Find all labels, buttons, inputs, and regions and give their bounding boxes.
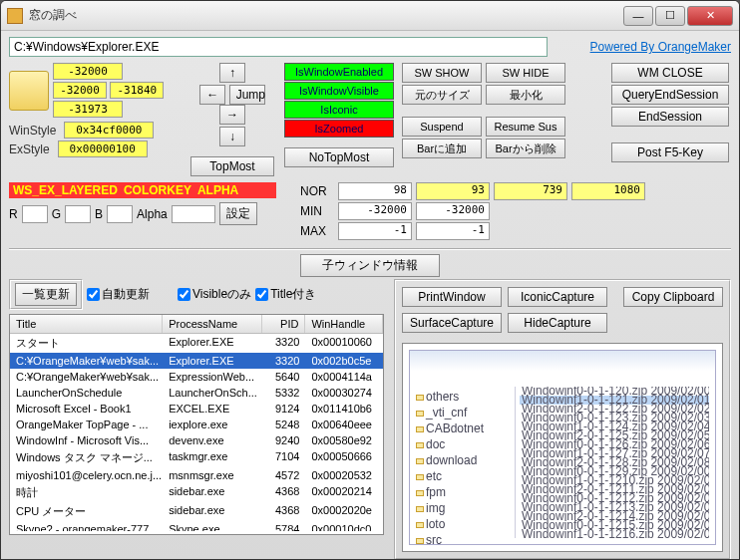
table-row[interactable]: LauncherOnScheduleLauncherOnSch...53320x… bbox=[10, 385, 383, 401]
g-input[interactable] bbox=[65, 205, 91, 223]
nor-cell: 98 bbox=[338, 182, 412, 200]
jump-button[interactable]: Jump bbox=[229, 85, 265, 105]
notopmost-button[interactable]: NoTopMost bbox=[284, 147, 394, 167]
table-row[interactable]: スタートExplorer.EXE33200x00010060 bbox=[10, 334, 383, 353]
winstyle-label: WinStyle bbox=[9, 124, 56, 138]
window-title: 窓の調べ bbox=[29, 7, 623, 24]
exstyle-label: ExStyle bbox=[9, 142, 50, 156]
coord-box: -32000 bbox=[53, 82, 107, 99]
visibleonly-check[interactable]: Visibleのみ bbox=[178, 286, 251, 303]
table-row[interactable]: CPU メーターsidebar.exe43680x0002020e bbox=[10, 502, 383, 521]
origsize-button[interactable]: 元のサイズ bbox=[402, 85, 482, 105]
arrow-up-button[interactable]: ↑ bbox=[219, 63, 245, 83]
hidecapture-button[interactable]: HideCapture bbox=[508, 313, 607, 333]
status-zoomed: IsZoomed bbox=[284, 120, 394, 138]
powered-by-link[interactable]: Powered By OrangeMaker bbox=[590, 40, 731, 54]
arrow-right-button[interactable]: → bbox=[219, 105, 245, 125]
col-proc[interactable]: ProcessName bbox=[163, 315, 261, 333]
layered-flags: WS_EX_LAYEREDCOLORKEYALPHA bbox=[9, 182, 276, 198]
max-cell: -1 bbox=[416, 222, 490, 240]
close-button[interactable]: ✕ bbox=[687, 6, 733, 26]
baradd-button[interactable]: Barに追加 bbox=[402, 139, 482, 158]
table-row[interactable]: WindowInf - Microsoft Vis...devenv.exe92… bbox=[10, 432, 383, 448]
listrefresh-button[interactable]: 一覧更新 bbox=[15, 283, 77, 306]
maximize-button[interactable]: ☐ bbox=[655, 6, 685, 26]
nor-label: NOR bbox=[300, 184, 334, 198]
set-button[interactable]: 設定 bbox=[219, 202, 257, 225]
table-row[interactable]: Microsoft Excel - Book1EXCEL.EXE91240x01… bbox=[10, 401, 383, 417]
max-label: MAX bbox=[300, 224, 334, 238]
topmost-button[interactable]: TopMost bbox=[190, 156, 274, 176]
printwindow-button[interactable]: PrintWindow bbox=[402, 287, 502, 307]
nor-cell: 1080 bbox=[571, 182, 645, 200]
copyclipboard-button[interactable]: Copy Clipboard bbox=[623, 287, 723, 307]
capture-preview: others _vti_cnf CABdotnet doc download e… bbox=[402, 343, 723, 552]
r-input[interactable] bbox=[22, 205, 48, 223]
table-row[interactable]: OrangeMaker TopPage - ...iexplore.exe524… bbox=[10, 417, 383, 432]
max-cell: -1 bbox=[338, 222, 412, 240]
resume-button[interactable]: Resume Sus bbox=[486, 117, 565, 137]
alpha-label: Alpha bbox=[137, 207, 168, 221]
nor-cell: 739 bbox=[494, 182, 567, 200]
postf5-button[interactable]: Post F5-Key bbox=[611, 142, 729, 162]
coord-box: -32000 bbox=[53, 63, 123, 80]
folder-icon bbox=[9, 71, 49, 111]
endsession-button[interactable]: EndSession bbox=[611, 107, 729, 127]
min-label: MIN bbox=[300, 204, 334, 218]
arrow-down-button[interactable]: ↓ bbox=[219, 127, 245, 146]
table-row[interactable]: Skype? - orangemaker-777Skype.exe57840x0… bbox=[10, 521, 383, 531]
table-row[interactable]: C:¥OrangeMaker¥web¥sak...ExpressionWeb..… bbox=[10, 369, 383, 385]
swshow-button[interactable]: SW SHOW bbox=[402, 63, 482, 83]
arrow-left-button[interactable]: ← bbox=[199, 85, 225, 105]
exstyle-value: 0x00000100 bbox=[58, 140, 148, 157]
iconiccapture-button[interactable]: IconicCapture bbox=[508, 287, 607, 307]
table-row[interactable]: miyoshi101@celery.ocn.ne.j...msnmsgr.exe… bbox=[10, 467, 383, 483]
b-label: B bbox=[95, 207, 103, 221]
minimize-win-button[interactable]: 最小化 bbox=[486, 85, 565, 105]
col-handle[interactable]: WinHandle bbox=[305, 315, 383, 333]
g-label: G bbox=[52, 207, 61, 221]
status-enabled: IsWindowEnabled bbox=[284, 63, 394, 81]
withtitle-check[interactable]: Title付き bbox=[255, 286, 316, 303]
bardel-button[interactable]: Barから削除 bbox=[486, 139, 565, 158]
suspend-button[interactable]: Suspend bbox=[402, 117, 482, 137]
nor-cell: 93 bbox=[416, 182, 490, 200]
minimize-button[interactable]: — bbox=[623, 6, 653, 26]
status-visible: IsWindowVisible bbox=[284, 82, 394, 100]
table-row[interactable]: C:¥OrangeMaker¥web¥sak...Explorer.EXE332… bbox=[10, 353, 383, 369]
app-icon bbox=[7, 8, 23, 24]
table-row[interactable]: 時計sidebar.exe43680x00020214 bbox=[10, 483, 383, 502]
r-label: R bbox=[9, 207, 18, 221]
b-input[interactable] bbox=[107, 205, 133, 223]
autorefresh-check[interactable]: 自動更新 bbox=[87, 286, 150, 303]
col-title[interactable]: Title bbox=[10, 315, 163, 333]
window-list[interactable]: Title ProcessName PID WinHandle スタートExpl… bbox=[9, 314, 384, 535]
winstyle-value: 0x34cf0000 bbox=[64, 122, 154, 139]
wmclose-button[interactable]: WM CLOSE bbox=[611, 63, 729, 83]
col-pid[interactable]: PID bbox=[262, 315, 306, 333]
childinfo-button[interactable]: 子ウィンドウ情報 bbox=[300, 254, 440, 277]
status-iconic: IsIconic bbox=[284, 101, 394, 119]
swhide-button[interactable]: SW HIDE bbox=[486, 63, 565, 83]
min-cell: -32000 bbox=[338, 202, 412, 220]
alpha-input[interactable] bbox=[172, 205, 215, 223]
table-row[interactable]: Windows タスク マネージ...taskmgr.exe71040x0005… bbox=[10, 448, 383, 467]
coord-box: -31840 bbox=[110, 82, 164, 99]
path-input[interactable] bbox=[9, 37, 548, 57]
min-cell: -32000 bbox=[416, 202, 490, 220]
coord-box: -31973 bbox=[53, 101, 123, 118]
surfacecapture-button[interactable]: SurfaceCapture bbox=[402, 313, 502, 333]
queryend-button[interactable]: QueryEndSession bbox=[611, 85, 729, 105]
